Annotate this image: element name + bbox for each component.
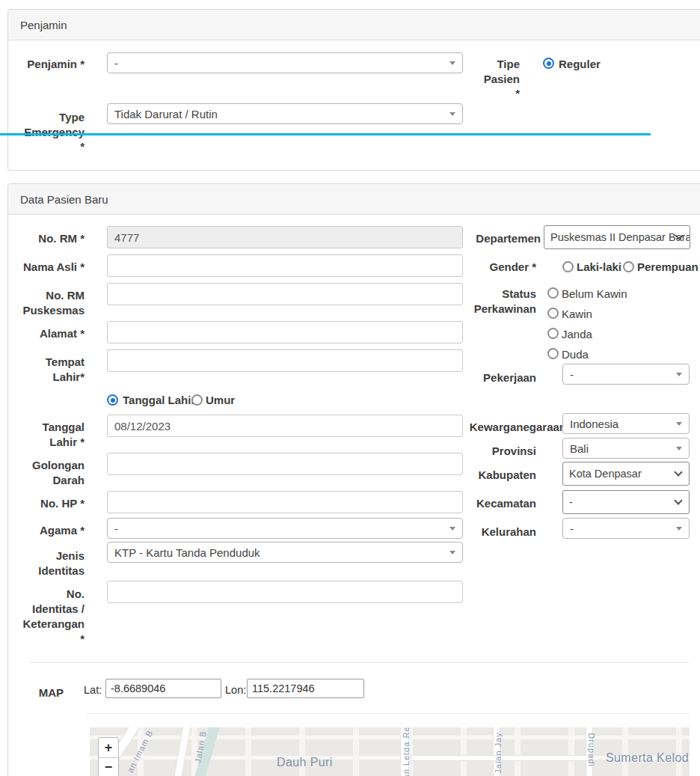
map-canvas[interactable]: an Imam B Jalan B an Letda Re Jalan Jay … bbox=[90, 727, 690, 776]
birth-mode-radio-tanggal-lahir[interactable] bbox=[107, 394, 118, 406]
penjamin-select-value: - bbox=[114, 57, 118, 70]
nama-asli-input[interactable] bbox=[107, 254, 463, 277]
kabupaten-select[interactable]: Kota Denpasar bbox=[562, 462, 690, 486]
type-emergency-select[interactable]: Tidak Darurat / Rutin bbox=[107, 103, 463, 124]
nama-asli-label: Nama Asli * bbox=[13, 260, 85, 275]
jenis-identitas-label: Jenis Identitas bbox=[13, 549, 85, 578]
panel-data-pasien-header: Data Pasien Baru bbox=[8, 184, 700, 215]
section-divider bbox=[30, 662, 690, 663]
status-janda-label: Janda bbox=[562, 327, 592, 341]
dropdown-arrow-icon bbox=[449, 61, 455, 65]
lat-input[interactable] bbox=[105, 679, 221, 698]
kelurahan-select-value: - bbox=[570, 522, 574, 535]
place-label-dauh-puri: Dauh Puri bbox=[277, 756, 333, 769]
status-radio-belum-kawin[interactable] bbox=[547, 287, 559, 299]
tanggal-lahir-label: Tanggal Lahir * bbox=[13, 420, 85, 450]
lat-label: Lat: bbox=[84, 683, 102, 697]
zoom-out-button[interactable]: − bbox=[99, 757, 118, 776]
agama-select-value: - bbox=[114, 522, 118, 535]
kabupaten-select-value: Kota Denpasar bbox=[569, 468, 642, 480]
dropdown-arrow-icon bbox=[676, 373, 682, 376]
tempat-lahir-input[interactable] bbox=[107, 349, 463, 372]
birth-mode-umur-label: Umur bbox=[206, 393, 235, 407]
status-radio-kawin[interactable] bbox=[547, 308, 559, 319]
birth-mode-tanggal-lahir-label: Tanggal Lahir bbox=[123, 393, 195, 407]
no-hp-label: No. HP * bbox=[13, 496, 85, 511]
chevron-down-icon bbox=[674, 468, 682, 476]
lon-input[interactable] bbox=[247, 679, 364, 698]
no-identitas-input[interactable] bbox=[107, 581, 463, 603]
tanggal-lahir-input[interactable] bbox=[107, 415, 463, 437]
map-divider bbox=[86, 713, 690, 714]
no-hp-input[interactable] bbox=[107, 491, 463, 513]
jenis-identitas-select[interactable]: KTP - Kartu Tanda Penduduk bbox=[107, 542, 463, 563]
gender-perempuan-label: Perempuan bbox=[637, 260, 699, 274]
gender-radio-laki-laki[interactable] bbox=[562, 261, 574, 272]
tipe-pasien-radio-reguler-label: Reguler bbox=[559, 57, 601, 71]
status-radio-janda[interactable] bbox=[547, 328, 559, 339]
dropdown-arrow-icon bbox=[676, 527, 682, 531]
no-rm-puskesmas-label: No. RM Puskesmas bbox=[13, 288, 85, 318]
cyan-accent-line bbox=[0, 133, 651, 135]
provinsi-label: Provinsi bbox=[449, 444, 536, 459]
panel-penjamin-header: Penjamin bbox=[8, 10, 700, 40]
map-road bbox=[171, 727, 193, 776]
tempat-lahir-label: Tempat Lahir* bbox=[13, 355, 85, 385]
panel-penjamin: Penjamin bbox=[7, 9, 700, 171]
no-identitas-label: No. Identitas / Keterangan * bbox=[13, 587, 85, 647]
status-radio-duda[interactable] bbox=[547, 348, 559, 359]
status-kawin-label: Kawin bbox=[562, 307, 592, 321]
jenis-identitas-select-value: KTP - Kartu Tanda Penduduk bbox=[114, 546, 260, 559]
street-label: Drupadi bbox=[587, 733, 596, 767]
departemen-label: Departemen bbox=[449, 231, 541, 246]
kewarganegaraan-select-value: Indonesia bbox=[570, 418, 618, 430]
no-rm-label: No. RM * bbox=[13, 231, 85, 246]
place-label-sumerta-kelod: Sumerta Kelod bbox=[606, 751, 689, 765]
kelurahan-select[interactable]: - bbox=[562, 518, 690, 539]
tipe-pasien-label: Tipe Pasien * bbox=[460, 57, 520, 101]
pekerjaan-select[interactable]: - bbox=[562, 364, 690, 385]
provinsi-select-value: Bali bbox=[570, 442, 589, 455]
golongan-darah-label: Golongan Darah bbox=[13, 458, 85, 488]
kecamatan-select-value: - bbox=[569, 496, 573, 508]
pekerjaan-select-value: - bbox=[570, 368, 574, 381]
lon-label: Lon: bbox=[225, 683, 246, 697]
dropdown-arrow-icon bbox=[676, 447, 682, 450]
gender-radio-perempuan[interactable] bbox=[623, 261, 634, 272]
no-rm-puskesmas-input[interactable] bbox=[107, 283, 463, 305]
status-perkawinan-label: Status Perkawinan bbox=[449, 287, 536, 317]
kewarganegaraan-label: Kewarganegaraan bbox=[449, 420, 566, 435]
street-label: Jalan Jay bbox=[494, 732, 503, 773]
gender-label: Gender * bbox=[449, 260, 536, 275]
gender-laki-laki-label: Laki-laki bbox=[577, 260, 621, 274]
golongan-darah-input[interactable] bbox=[107, 453, 463, 475]
agama-label: Agama * bbox=[13, 523, 85, 538]
birth-mode-radio-umur[interactable] bbox=[191, 394, 203, 406]
status-duda-label: Duda bbox=[562, 347, 589, 361]
pekerjaan-label: Pekerjaan bbox=[449, 370, 536, 385]
chevron-down-icon bbox=[674, 496, 682, 504]
street-label: an Letda Re bbox=[402, 727, 411, 776]
kewarganegaraan-select[interactable]: Indonesia bbox=[562, 413, 690, 434]
penjamin-label: Penjamin * bbox=[13, 57, 85, 72]
kecamatan-label: Kecamatan bbox=[449, 496, 536, 511]
alamat-input[interactable] bbox=[107, 321, 463, 343]
penjamin-select[interactable]: - bbox=[107, 52, 463, 73]
kecamatan-select[interactable]: - bbox=[562, 490, 690, 514]
dropdown-arrow-icon bbox=[676, 422, 682, 426]
zoom-in-button[interactable]: + bbox=[99, 738, 118, 757]
dropdown-arrow-icon bbox=[449, 551, 455, 554]
no-rm-input bbox=[107, 226, 463, 248]
panel-data-pasien-title: Data Pasien Baru bbox=[20, 193, 108, 206]
tipe-pasien-radio-reguler[interactable] bbox=[543, 58, 554, 69]
alamat-label: Alamat * bbox=[13, 326, 85, 341]
agama-select[interactable]: - bbox=[107, 518, 463, 539]
provinsi-select[interactable]: Bali bbox=[562, 438, 690, 459]
type-emergency-label: Type Emergency * bbox=[13, 110, 85, 154]
type-emergency-select-value: Tidak Darurat / Rutin bbox=[114, 108, 218, 120]
departemen-select[interactable]: Puskesmas II Denpasar Barat bbox=[544, 225, 690, 249]
dropdown-arrow-icon bbox=[449, 112, 455, 116]
panel-penjamin-title: Penjamin bbox=[20, 19, 67, 31]
kabupaten-label: Kabupaten bbox=[449, 468, 536, 483]
patient-registration-page: Penjamin Penjamin * - Tipe Pasien * Regu… bbox=[0, 0, 700, 776]
